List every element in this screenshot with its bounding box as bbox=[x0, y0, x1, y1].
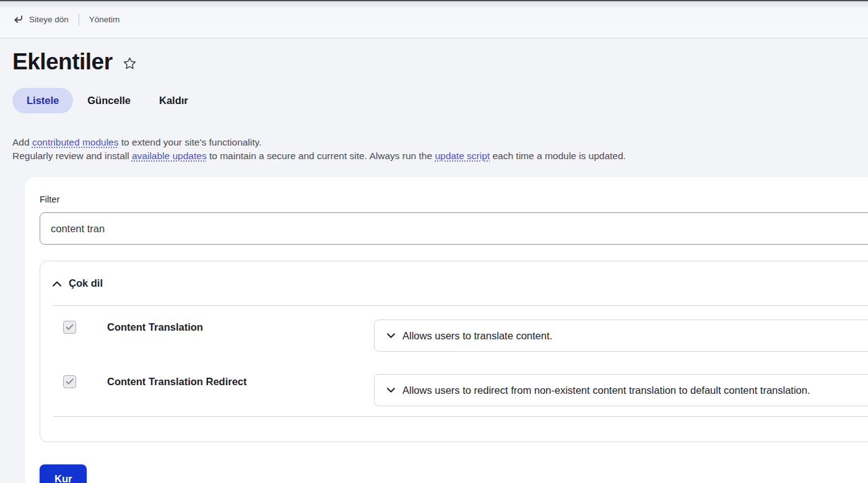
filter-input[interactable] bbox=[40, 212, 868, 245]
module-name: Content Translation bbox=[107, 320, 374, 333]
admin-breadcrumb-link[interactable]: Yönetim bbox=[89, 15, 120, 24]
return-arrow-icon bbox=[13, 15, 24, 24]
module-row-content-translation: Content Translation Allows users to tran… bbox=[40, 306, 868, 352]
description-line-1: Add contributed modules to extend your s… bbox=[12, 136, 868, 149]
module-description: Allows users to redirect from non-existe… bbox=[402, 385, 810, 396]
package-section-multilingual: Çok dil Content Translation bbox=[40, 261, 868, 442]
chevron-down-icon bbox=[386, 387, 396, 394]
back-to-site-label: Siteye dön bbox=[29, 15, 69, 24]
install-button[interactable]: Kur bbox=[40, 464, 87, 483]
primary-tabs: Listele Güncelle Kaldır bbox=[12, 88, 868, 113]
module-name: Content Translation Redirect bbox=[107, 374, 374, 388]
module-details-toggle[interactable]: Allows users to redirect from non-existe… bbox=[374, 374, 868, 406]
filter-label: Filter bbox=[40, 194, 868, 204]
module-checkbox-checked[interactable] bbox=[63, 375, 76, 388]
module-checkbox-checked[interactable] bbox=[63, 321, 76, 334]
tab-update[interactable]: Güncelle bbox=[73, 88, 145, 113]
module-description: Allows users to translate content. bbox=[402, 330, 552, 342]
page-title: Eklentiler bbox=[12, 49, 113, 75]
modules-card: Filter Çok dil bbox=[25, 177, 868, 483]
module-details-toggle[interactable]: Allows users to translate content. bbox=[374, 320, 868, 352]
description-line-2: Regularly review and install available u… bbox=[12, 149, 868, 163]
package-title: Çok dil bbox=[69, 277, 103, 289]
update-script-link[interactable]: update script bbox=[435, 150, 490, 161]
package-summary-toggle[interactable]: Çok dil bbox=[40, 261, 868, 305]
contributed-modules-link[interactable]: contributed modules bbox=[32, 137, 119, 147]
back-to-site-link[interactable]: Siteye dön bbox=[13, 15, 69, 24]
chevron-down-icon bbox=[386, 333, 396, 339]
chevron-up-icon bbox=[52, 280, 62, 287]
tab-list[interactable]: Listele bbox=[12, 88, 73, 113]
toolbar-divider bbox=[79, 14, 79, 26]
available-updates-link[interactable]: available updates bbox=[132, 150, 207, 161]
admin-label: Yönetim bbox=[89, 15, 120, 24]
module-row-content-translation-redirect: Content Translation Redirect Allows user… bbox=[40, 352, 868, 406]
admin-toolbar: Siteye dön Yönetim bbox=[0, 0, 868, 38]
page-header: Eklentiler bbox=[12, 49, 868, 75]
page-description: Add contributed modules to extend your s… bbox=[12, 136, 868, 162]
favorite-star-icon[interactable] bbox=[123, 56, 137, 71]
tab-uninstall[interactable]: Kaldır bbox=[145, 88, 202, 113]
